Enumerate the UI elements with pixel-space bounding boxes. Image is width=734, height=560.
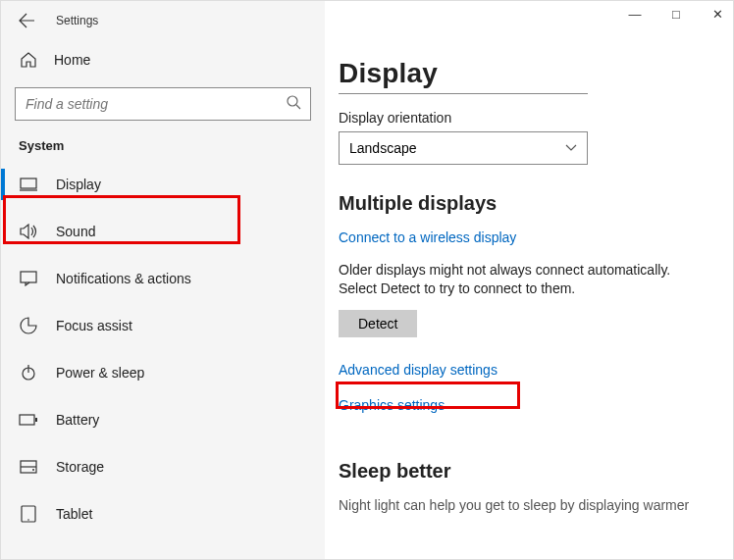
- svg-rect-4: [21, 272, 36, 282]
- display-icon: [19, 175, 38, 194]
- maximize-button[interactable]: □: [668, 7, 684, 22]
- sidebar-item-storage[interactable]: Storage: [1, 443, 325, 490]
- sidebar-item-notifications[interactable]: Notifications & actions: [1, 255, 325, 302]
- wireless-display-link[interactable]: Connect to a wireless display: [339, 229, 516, 245]
- sidebar-item-power-sleep[interactable]: Power & sleep: [1, 349, 325, 396]
- window-title: Settings: [56, 14, 98, 27]
- page-title: Display: [339, 58, 709, 89]
- sidebar-item-battery[interactable]: Battery: [1, 396, 325, 443]
- category-label: System: [19, 138, 325, 153]
- minimize-button[interactable]: —: [627, 7, 643, 22]
- sidebar-item-label: Notifications & actions: [56, 271, 191, 286]
- svg-rect-7: [20, 415, 34, 425]
- sidebar-item-label: Focus assist: [56, 318, 132, 333]
- svg-point-13: [27, 519, 29, 521]
- titlebar: Settings: [1, 1, 325, 40]
- sidebar-item-tablet[interactable]: Tablet: [1, 490, 325, 537]
- search-input[interactable]: [15, 87, 311, 121]
- sidebar-item-label: Power & sleep: [56, 365, 144, 381]
- sidebar-item-label: Sound: [56, 224, 95, 239]
- orientation-select[interactable]: Landscape: [339, 131, 588, 165]
- content-pane: — □ ✕ Display Display orientation Landsc…: [325, 1, 733, 559]
- home-icon: [19, 50, 38, 70]
- search-container: [15, 87, 311, 121]
- sidebar-item-sound[interactable]: Sound: [1, 208, 325, 255]
- detect-description: Older displays might not always connect …: [339, 261, 709, 298]
- graphics-settings-link[interactable]: Graphics settings: [339, 397, 445, 413]
- tablet-icon: [19, 504, 38, 524]
- close-button[interactable]: ✕: [709, 7, 725, 22]
- nav-list: Display Sound Notifications & actions Fo…: [1, 161, 325, 559]
- home-label: Home: [54, 52, 90, 68]
- orientation-value: Landscape: [349, 140, 417, 156]
- focus-assist-icon: [19, 316, 38, 335]
- window-controls: — □ ✕: [627, 7, 725, 22]
- svg-rect-8: [35, 418, 37, 422]
- orientation-label: Display orientation: [339, 110, 709, 126]
- sidebar-item-focus-assist[interactable]: Focus assist: [1, 302, 325, 349]
- power-icon: [19, 363, 38, 382]
- svg-point-10: [32, 469, 34, 471]
- sidebar-item-label: Display: [56, 177, 101, 192]
- sidebar-item-display[interactable]: Display: [1, 161, 325, 208]
- notifications-icon: [19, 269, 38, 288]
- sound-icon: [19, 222, 38, 241]
- advanced-display-link[interactable]: Advanced display settings: [339, 362, 498, 378]
- chevron-down-icon: [565, 144, 577, 152]
- storage-icon: [19, 457, 38, 477]
- sidebar: Settings Home System Display Sound: [1, 1, 325, 559]
- slider-placeholder: [339, 93, 588, 94]
- back-button[interactable]: [15, 9, 38, 32]
- detect-button[interactable]: Detect: [339, 310, 417, 337]
- sleep-better-heading: Sleep better: [339, 460, 709, 483]
- sidebar-item-label: Storage: [56, 459, 104, 475]
- sleep-better-desc: Night light can help you get to sleep by…: [339, 496, 709, 515]
- svg-rect-2: [21, 178, 36, 188]
- sidebar-item-label: Tablet: [56, 506, 92, 522]
- multiple-displays-heading: Multiple displays: [339, 192, 709, 215]
- home-button[interactable]: Home: [1, 40, 325, 79]
- sidebar-item-label: Battery: [56, 412, 99, 428]
- battery-icon: [19, 410, 38, 430]
